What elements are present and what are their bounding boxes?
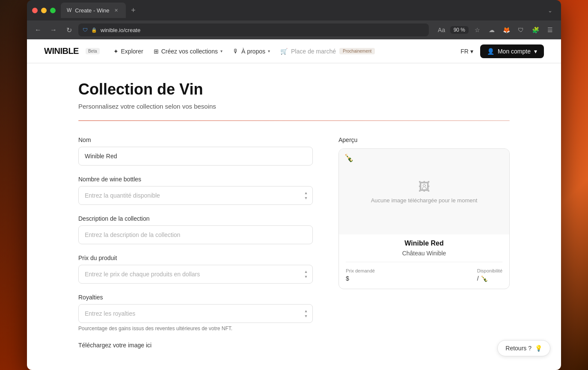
bookmark-icon[interactable]: ☆ [471,24,483,36]
page-title: Collection de Vin [78,80,510,98]
price-input[interactable] [78,265,313,284]
traffic-lights [32,8,56,13]
tab-title: Create - Wine [75,7,109,14]
title-bar: W Create - Wine ✕ + ⌄ [27,0,561,21]
description-input[interactable] [78,225,313,244]
create-icon: ⊞ [154,48,159,55]
extensions-icon[interactable]: 🧩 [529,24,541,36]
forward-button[interactable]: → [48,24,59,36]
image-label: Téléchargez votre image ici [78,342,313,349]
preview-card-body: Winible Red Château Winible Prix demandé… [339,234,509,289]
page-subtitle: Personnalisez votre collection selon vos… [78,103,510,110]
image-field-group: Téléchargez votre image ici [78,342,313,349]
lock-icon: 🔒 [91,27,97,33]
price-stat-group: Prix demandé $ [346,268,375,282]
back-button[interactable]: ← [32,24,44,36]
explorer-icon: ✦ [113,48,119,55]
availability-stat-label: Disponibilité [477,268,502,273]
bottles-increment[interactable]: ▲ [303,191,309,195]
royalties-increment[interactable]: ▲ [303,309,309,313]
marketplace-label: Place de marché [291,48,336,55]
apropos-nav-link[interactable]: 🎙 À propos ▾ [233,48,270,55]
no-image-icon: 🖼 [418,180,430,194]
site-nav: WINIBLE Beta ✦ Explorer ⊞ Créez vos coll… [27,39,561,63]
price-stat-label: Prix demandé [346,268,375,273]
price-increment[interactable]: ▲ [303,269,309,274]
price-value: $ [346,275,349,282]
name-input[interactable] [78,147,313,166]
marketplace-nav-link: 🛒 Place de marché Prochainement [280,48,375,55]
bottles-field-group: Nombre de wine bottles ▲ ▼ [78,176,313,205]
royalties-label: Royalties [78,294,313,301]
toolbar-icons: Aa 90 % ☆ ☁ 🦊 🛡 🧩 ☰ [436,24,556,36]
page-content: Collection de Vin Personnalisez votre co… [27,63,561,370]
apropos-label: À propos [241,48,265,55]
zoom-badge: 90 % [450,26,469,34]
url-text: winible.io/create [101,27,140,33]
close-button[interactable] [32,8,38,13]
menu-icon[interactable]: ☰ [544,24,556,36]
royalties-input[interactable] [78,304,313,323]
retours-button[interactable]: Retours ? 💡 [497,340,550,356]
royalties-input-wrapper: ▲ ▼ [78,304,313,323]
create-nav-link[interactable]: ⊞ Créez vos collections ▾ [154,48,223,55]
account-button[interactable]: 👤 Mon compte ▾ [480,44,544,58]
apropos-chevron-icon: ▾ [268,49,270,53]
new-tab-button[interactable]: + [128,4,140,16]
bottle-icon: 🍾 [344,153,353,163]
main-content: WINIBLE Beta ✦ Explorer ⊞ Créez vos coll… [27,39,561,370]
retours-label: Retours ? [505,345,532,352]
bottles-decrement[interactable]: ▼ [303,196,309,200]
tab-bar: W Create - Wine ✕ + [61,3,544,18]
lang-label: FR [460,48,469,55]
description-field-group: Description de la collection [78,215,313,244]
fox-icon[interactable]: 🦊 [500,24,512,36]
preview-image-area: 🍾 🖼 Aucune image téléchargée pour le mom… [339,149,509,234]
minimize-button[interactable] [41,8,47,13]
url-bar[interactable]: 🛡 🔒 winible.io/create [78,24,429,36]
preview-stats: Prix demandé $ Disponibilité / [346,268,502,282]
maximize-button[interactable] [50,8,56,13]
royalties-spinner: ▲ ▼ [303,309,309,318]
explorer-nav-link[interactable]: ✦ Explorer [113,48,143,55]
account-chevron-icon: ▾ [534,48,537,55]
translate-icon[interactable]: Aa [436,24,448,36]
royalties-decrement[interactable]: ▼ [303,314,309,318]
address-bar: ← → ↻ 🛡 🔒 winible.io/create Aa 90 % ☆ ☁ … [27,21,561,39]
royalties-hint: Pourcentage des gains issus des reventes… [78,326,313,332]
shield-icon: 🛡 [83,27,88,33]
availability-stat-value: / 🍾 [477,275,502,282]
shield-browser-icon[interactable]: 🛡 [515,24,527,36]
tab-close-button[interactable]: ✕ [113,7,120,14]
bottles-label: Nombre de wine bottles [78,176,313,183]
royalties-field-group: Royalties ▲ ▼ Pourcentage des gains issu… [78,294,313,332]
price-field-group: Prix du produit ▲ ▼ [78,255,313,284]
form-section: Nom Nombre de wine bottles ▲ ▼ [78,136,313,359]
nav-right: FR ▾ 👤 Mon compte ▾ [460,44,544,58]
description-label: Description de la collection [78,215,313,222]
no-image-text: Aucune image téléchargée pour le moment [371,197,478,204]
name-field-group: Nom [78,136,313,166]
create-label: Créez vos collections [161,48,218,55]
divider [78,120,510,121]
name-label: Nom [78,136,313,143]
price-spinner: ▲ ▼ [303,269,309,279]
language-button[interactable]: FR ▾ [460,48,473,55]
refresh-button[interactable]: ↻ [63,24,75,36]
price-input-wrapper: ▲ ▼ [78,265,313,284]
bottles-input[interactable] [78,186,313,205]
availability-bottle-icon: 🍾 [481,275,488,282]
tab-overflow[interactable]: ⌄ [544,6,556,15]
site-logo: WINIBLE [44,46,79,56]
availability-stat-group: Disponibilité / 🍾 [477,268,502,282]
preview-wine-name: Winible Red [346,240,502,247]
preview-chateau: Château Winible [346,250,502,262]
preview-section: Aperçu 🍾 🖼 Aucune image téléchargée pour… [339,136,510,359]
price-stat-value: $ [346,275,375,282]
form-layout: Nom Nombre de wine bottles ▲ ▼ [78,136,510,359]
pocket-icon[interactable]: ☁ [486,24,498,36]
active-tab[interactable]: W Create - Wine ✕ [61,3,126,18]
nav-links: ✦ Explorer ⊞ Créez vos collections ▾ 🎙 À… [113,48,447,55]
price-decrement[interactable]: ▼ [303,275,309,279]
marketplace-icon: 🛒 [280,48,288,55]
